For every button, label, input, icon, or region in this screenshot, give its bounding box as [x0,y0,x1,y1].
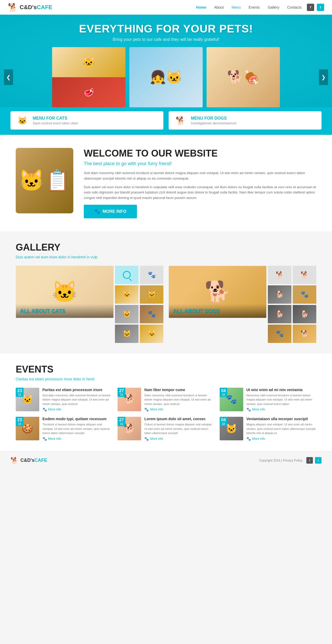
hero-section: EVERYTHING FOR YOUR PETS! Bring your pet… [0,15,332,107]
event-content-3: Eodem modo typi, quitiam rocessum Tincid… [42,417,112,441]
footer-twitter-icon[interactable]: t [315,457,322,464]
brand-text: C&D'sCAFE [20,4,52,11]
event-link-1[interactable]: 🐾 More info [144,407,214,412]
event-badge-1: 27 11 [118,388,125,397]
event-link-0[interactable]: 🐾 More info [42,407,112,412]
gallery-thumb-dog-2[interactable]: 🐕 [293,266,316,284]
hero-carousel: ❮ 🐱 🥩 👧🐱 🐕🍖 ❯ [0,47,332,107]
carousel-next-button[interactable]: ❯ [319,69,328,85]
cat-chef-image: 🐱📋 [16,148,73,213]
event-title-5: Veniamiataon ulla mcorper suscipit [246,417,316,421]
footer-right: Copyright 2014 | Privacy Policy f t [259,457,322,464]
event-badge-5: 04 12 [220,417,228,426]
gallery-thumb-cat-1[interactable]: 🐱 [115,285,139,304]
event-title-3: Eodem modo typi, quitiam rocessum [42,417,112,421]
menu-bar-dogs[interactable]: 🐕 MENU FOR DOGS Investigationes demonstr… [169,111,322,130]
welcome-para-2: Duis autem vel eum iriure dolor in hendr… [84,185,316,201]
nav-home[interactable]: Home [196,5,206,9]
welcome-para-1: Sod diam nonummy nibh euismod tincidunt … [84,170,316,181]
menu-bars: 🐱 MENU FOR CATS Squis nostrud exerci tat… [0,107,332,135]
event-link-4[interactable]: 🐾 More info [144,437,214,441]
gallery-thumb-dog-6[interactable]: 🐕 [293,305,316,323]
paw-icon-2: 🐾 [246,407,251,412]
dogs-main-label: ALL ABOUT DOGS [169,304,266,318]
gallery-cats-main[interactable]: 🐱 ALL ABOUT CATS [16,266,114,318]
cats-main-label: ALL ABOUT CATS [16,304,113,318]
gallery-thumb-dog-4[interactable]: 🐾 [293,285,316,304]
carousel-img-3: 🐕🍖 [207,47,280,107]
header-socials: f t [307,4,324,11]
events-grid: 23 11 🐱 Paritas est etiam processum iriu… [16,388,316,441]
event-card-3: 23 11 🍪 Eodem modo typi, quitiam rocessu… [16,417,112,441]
gallery-cats-col: 🐱 ALL ABOUT CATS 🐱 🐱 🐱 🐾 [16,266,163,343]
welcome-title: WELCOME TO OUR WEBSITE [84,148,316,159]
event-link-3[interactable]: 🐾 More info [42,437,112,441]
dog-bowl-image: 🐕🍖 [207,47,280,107]
main-nav: Home About Menu Events Gallery Contacts [196,5,302,9]
event-text-0: Sed diam nonummy nibh euismod tincidunt … [42,393,112,406]
footer-facebook-icon[interactable]: f [306,457,313,464]
nav-about[interactable]: About [214,5,224,9]
event-link-5[interactable]: 🐾 More info [246,437,316,441]
event-content-0: Paritas est etiam processum iriure Sed d… [42,388,112,412]
dogs-menu-subtitle: Investigationes demonstraverunt [191,121,236,125]
event-image-5: 04 12 🐱 [220,417,243,440]
more-info-label: MORE INFO [103,209,126,214]
header: 🐕 C&D'sCAFE Home About Menu Events Galle… [0,0,332,15]
logo[interactable]: 🐕 C&D'sCAFE [8,3,52,12]
event-card-5: 04 12 🐱 Veniamiataon ulla mcorper suscip… [220,417,316,441]
event-content-5: Veniamiataon ulla mcorper suscipit Magna… [246,417,316,441]
event-badge-3: 23 11 [16,417,24,426]
event-title-4: Lorem ipsum dolo sit amet, consec [144,417,214,421]
logo-icon: 🐕 [8,3,18,12]
gallery-subtitle: Duis autem vel eum iriure dolor in hendr… [16,255,316,259]
cats-menu-text: MENU FOR CATS Squis nostrud exerci tatio… [33,116,78,125]
gallery-thumb-cat-6[interactable]: 🐾 [140,305,163,323]
gallery-title: GALLERY [16,242,316,253]
event-link-label-0: More info [48,408,61,411]
twitter-icon[interactable]: t [317,4,324,11]
event-link-2[interactable]: 🐾 More info [246,407,316,412]
nav-contacts[interactable]: Contacts [287,5,302,9]
dogs-menu-text: MENU FOR DOGS Investigationes demonstrav… [191,116,236,125]
gallery-thumb-cat-4[interactable]: 🐱 [140,285,163,304]
gallery-thumb-cat-7[interactable]: 🐱 [140,325,163,343]
gallery-thumb-dog-8[interactable]: 🐕 [293,325,316,343]
gallery-thumb-dog-3[interactable]: 🐕 [268,285,291,304]
event-text-1: Diam nonummy nibh euismod tincidunt ut l… [144,393,214,406]
footer-logo[interactable]: 🐕 C&D'sCAFE [10,457,47,464]
gallery-thumb-dog-7[interactable]: 🐾 [268,325,291,343]
gallery-thumb-cat-2[interactable]: 🐾 [140,266,163,284]
event-link-label-1: More info [150,408,163,411]
event-card-4: 27 11 🐕 Lorem ipsum dolo sit amet, conse… [118,417,214,441]
menu-bar-cats[interactable]: 🐱 MENU FOR CATS Squis nostrud exerci tat… [10,111,163,130]
gallery-thumb-cat-3[interactable]: 🐱 [115,305,139,323]
gallery-thumb-dog-5[interactable]: 🐕 [268,305,291,323]
gallery-thumb-cat-5[interactable]: 🐱 [115,325,139,343]
carousel-prev-button[interactable]: ❮ [4,69,13,85]
event-title-0: Paritas est etiam processum iriure [42,388,112,392]
footer-brand: C&D'sCAFE [20,458,47,463]
gallery-thumb-search[interactable] [115,266,139,284]
nav-menu[interactable]: Menu [232,5,241,9]
event-text-2: Nonummy nibh euismod tincidunt ut laoree… [246,393,316,406]
event-card-0: 23 11 🐱 Paritas est etiam processum iriu… [16,388,112,412]
event-content-2: Ut wisi enim ad mi nim veniamia Nonummy … [246,388,316,412]
paw-icon-1: 🐾 [144,407,149,412]
dogs-menu-title: MENU FOR DOGS [191,116,236,121]
carousel-img-1: 🐱 🥩 [52,47,125,107]
more-info-button[interactable]: 🐾 MORE INFO [84,205,137,218]
cats-highlight: CATS [56,116,67,120]
event-link-label-4: More info [150,437,163,441]
hero-title: EVERYTHING FOR YOUR PETS! [0,23,332,35]
footer-logo-icon: 🐕 [10,457,18,464]
paw-icon-5: 🐾 [246,437,251,441]
facebook-icon[interactable]: f [307,4,314,11]
event-badge-0: 23 11 [16,388,24,397]
paw-icon-0: 🐾 [42,407,47,412]
nav-gallery[interactable]: Gallery [268,5,279,9]
nav-events[interactable]: Events [249,5,260,9]
gallery-dogs-main[interactable]: 🐕 ALL ABOUT DOGS [169,266,267,318]
gallery-thumb-dog-1[interactable]: 🐕 [268,266,291,284]
dogs-menu-icon: 🐕 [174,114,187,127]
